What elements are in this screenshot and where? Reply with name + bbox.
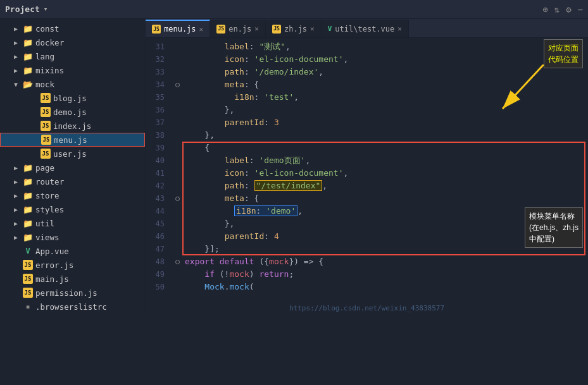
code-line-33: 33 path: '/demo/index', (146, 66, 588, 78)
sidebar-item-permission-js[interactable]: JS permission.js (0, 286, 145, 300)
sidebar-item-user-js[interactable]: JS user.js (0, 147, 145, 161)
tab-label: menu.js (164, 25, 196, 34)
code-line-32: 32 icon: 'el-icon-document', (146, 53, 588, 66)
code-line-40: 40 label: 'demo页面', (146, 154, 588, 167)
i18n-value-highlight: i18n: 'demo' (234, 205, 297, 216)
sidebar-item-index-js[interactable]: JS index.js (0, 119, 145, 133)
sidebar-item-views[interactable]: ▶ 📁 views (0, 230, 145, 244)
sidebar-item-label: styles (35, 205, 64, 214)
sidebar-item-lang[interactable]: ▶ 📁 lang (0, 49, 145, 63)
folder-icon: 📁 (23, 23, 33, 34)
tab-util-test-vue[interactable]: V util\test.vue ✕ (322, 20, 409, 37)
code-line-47: 47 }]; (146, 243, 588, 255)
sidebar-item-page[interactable]: ▶ 📁 page (0, 161, 145, 174)
add-icon[interactable]: ⊕ (542, 4, 547, 15)
code-line-46: 46 parentId: 4 (146, 230, 588, 243)
tab-label: en.js (228, 25, 251, 34)
code-line-39: 39 { (146, 142, 588, 154)
sidebar-item-demo-js[interactable]: JS demo.js (0, 105, 145, 119)
folder-icon: 📁 (23, 37, 33, 47)
js-file-icon: JS (41, 121, 51, 131)
tab-en-js[interactable]: JS en.js ✕ (210, 20, 266, 37)
arrow-icon: ▶ (14, 164, 23, 171)
tab-close-icon[interactable]: ✕ (199, 25, 204, 34)
js-file-icon: JS (41, 93, 51, 103)
code-line-49: 49 if (!mock) return; (146, 268, 588, 281)
sidebar-item-label: router (35, 177, 64, 186)
sidebar-item-mock[interactable]: ▼ 📂 mock (0, 77, 145, 91)
path-value-highlight: "/test/index" (254, 180, 323, 191)
tab-js-icon: JS (216, 25, 225, 34)
sidebar-item-docker[interactable]: ▶ 📁 docker (0, 35, 145, 49)
sidebar-item-blog-js[interactable]: JS blog.js (0, 91, 145, 105)
tab-zh-js[interactable]: JS zh.js ✕ (266, 20, 322, 37)
tab-js-icon: JS (152, 25, 161, 34)
sidebar-item-label: const (35, 24, 59, 34)
arrow-icon: ▶ (14, 67, 23, 74)
highlighted-code-region: 39 { 40 label: 'demo页面', 41 icon: 'el (146, 142, 588, 255)
dropdown-arrow-icon: ▾ (44, 5, 48, 13)
sidebar-item-label: util (35, 219, 54, 228)
sidebar-item-label: mixins (35, 66, 64, 75)
code-line-41: 41 icon: 'el-icon-document', (146, 167, 588, 180)
sidebar-item-store[interactable]: ▶ 📁 store (0, 188, 145, 202)
folder-open-icon: 📂 (23, 79, 33, 89)
tab-label: zh.js (284, 25, 307, 34)
arrow-icon: ▶ (14, 39, 23, 46)
sidebar-item-label: index.js (53, 121, 91, 131)
sidebar-item-label: error.js (35, 260, 73, 270)
sidebar-item-label: demo.js (53, 107, 87, 117)
sidebar-item-label: page (35, 163, 54, 173)
code-line-37: 37 parentId: 3 (146, 116, 588, 129)
js-file-icon: JS (23, 260, 33, 270)
sidebar-item-menu-js[interactable]: JS menu.js (0, 133, 145, 147)
sidebar-item-browserslistrc[interactable]: ▪ .browserslistrc (0, 300, 145, 314)
sidebar-item-error-js[interactable]: JS error.js (0, 258, 145, 272)
sidebar-item-label: user.js (53, 149, 87, 159)
folder-icon: 📁 (23, 162, 33, 173)
sidebar-item-styles[interactable]: ▶ 📁 styles (0, 202, 145, 216)
sidebar-item-label: lang (35, 52, 54, 61)
settings-icon[interactable]: ⚙ (566, 4, 571, 15)
sidebar-item-label: permission.js (35, 288, 97, 298)
code-line-43: 43 meta: { (146, 192, 588, 205)
tab-js-icon: JS (272, 25, 281, 34)
sidebar-item-app-vue[interactable]: V App.vue (0, 244, 145, 258)
sidebar-item-label: store (35, 191, 59, 200)
top-bar-icons: ⊕ ⇅ ⚙ − (542, 4, 583, 15)
tab-menu-js[interactable]: JS menu.js ✕ (146, 20, 210, 37)
main-layout: ▶ 📁 const ▶ 📁 docker ▶ 📁 lang ▶ 📁 mixins (0, 19, 588, 314)
sidebar-item-main-js[interactable]: JS main.js (0, 272, 145, 286)
folder-icon: 📁 (23, 51, 33, 61)
folder-icon: 📁 (23, 190, 33, 200)
code-line-31: 31 label: "测试", (146, 40, 588, 53)
tab-label: util\test.vue (335, 25, 394, 34)
tab-close-icon[interactable]: ✕ (310, 25, 315, 33)
code-line-42: 42 path: "/test/index", (146, 180, 588, 192)
code-line-45: 45 }, (146, 217, 588, 230)
vue-file-icon: V (23, 246, 33, 256)
arrow-icon: ▶ (14, 220, 23, 227)
sidebar: ▶ 📁 const ▶ 📁 docker ▶ 📁 lang ▶ 📁 mixins (0, 19, 146, 314)
tab-close-icon[interactable]: ✕ (254, 25, 259, 33)
sidebar-item-label: views (35, 233, 59, 242)
code-line-35: 35 i18n: 'test', (146, 91, 588, 104)
sidebar-item-const[interactable]: ▶ 📁 const (0, 21, 145, 35)
minimize-icon[interactable]: − (578, 4, 583, 15)
arrow-icon: ▶ (14, 234, 23, 241)
folder-icon: 📁 (23, 204, 33, 214)
arrow-icon: ▶ (14, 25, 23, 32)
sidebar-item-label: mock (35, 80, 54, 89)
app-container: Project ▾ ⊕ ⇅ ⚙ − ▶ 📁 const ▶ 📁 docker (0, 0, 588, 314)
project-label: Project (5, 4, 40, 14)
tab-close-icon[interactable]: ✕ (397, 25, 402, 33)
folder-icon: 📁 (23, 232, 33, 242)
code-editor[interactable]: 31 label: "测试", 32 icon: 'el-icon-docume… (146, 38, 588, 314)
sidebar-item-mixins[interactable]: ▶ 📁 mixins (0, 63, 145, 77)
sidebar-item-util[interactable]: ▶ 📁 util (0, 216, 145, 230)
folder-icon: 📁 (23, 218, 33, 228)
sidebar-item-router[interactable]: ▶ 📁 router (0, 174, 145, 188)
sidebar-item-label: menu.js (54, 135, 87, 145)
code-line-48: 48 export default ({mock}) => { (146, 255, 588, 268)
collapse-icon[interactable]: ⇅ (554, 4, 560, 15)
